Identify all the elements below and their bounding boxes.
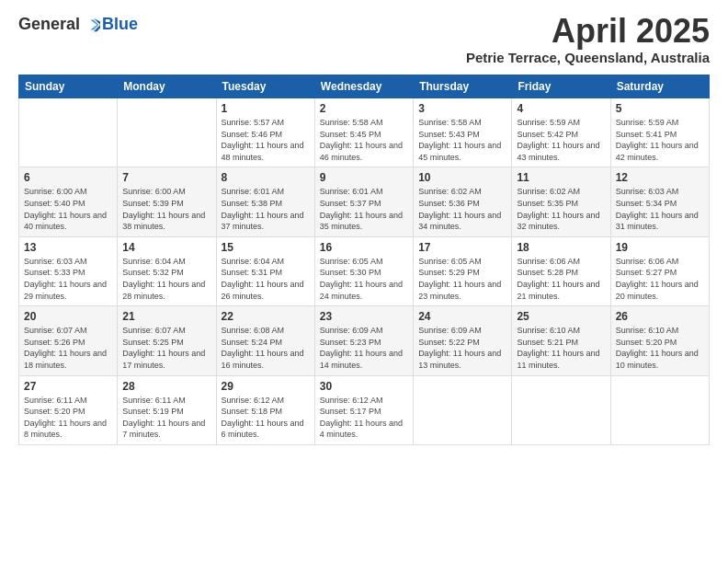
day-number: 22 [222, 310, 310, 323]
day-info: Sunrise: 6:04 AM Sunset: 5:31 PM Dayligh… [222, 256, 310, 302]
col-saturday: Saturday [610, 75, 709, 98]
day-number: 20 [24, 310, 112, 323]
day-info: Sunrise: 6:12 AM Sunset: 5:17 PM Dayligh… [320, 395, 408, 441]
day-info: Sunrise: 5:59 AM Sunset: 5:41 PM Dayligh… [616, 117, 704, 163]
calendar-cell-2-5: 18Sunrise: 6:06 AM Sunset: 5:28 PM Dayli… [512, 236, 610, 305]
calendar-cell-3-0: 20Sunrise: 6:07 AM Sunset: 5:26 PM Dayli… [19, 306, 118, 375]
day-number: 30 [320, 380, 408, 393]
week-row-2: 6Sunrise: 6:00 AM Sunset: 5:40 PM Daylig… [19, 167, 710, 236]
calendar-cell-3-5: 25Sunrise: 6:10 AM Sunset: 5:21 PM Dayli… [512, 306, 610, 375]
day-number: 27 [24, 380, 112, 393]
day-number: 26 [616, 310, 704, 323]
day-number: 29 [222, 380, 310, 393]
day-number: 9 [320, 171, 408, 184]
day-info: Sunrise: 6:12 AM Sunset: 5:18 PM Dayligh… [222, 395, 310, 441]
day-info: Sunrise: 6:11 AM Sunset: 5:19 PM Dayligh… [122, 395, 210, 441]
calendar-cell-0-1 [118, 98, 216, 167]
day-info: Sunrise: 6:09 AM Sunset: 5:22 PM Dayligh… [418, 325, 506, 371]
month-title: April 2025 [466, 15, 710, 48]
calendar-cell-0-0 [19, 98, 118, 167]
day-number: 6 [24, 171, 112, 184]
calendar-cell-1-3: 9Sunrise: 6:01 AM Sunset: 5:37 PM Daylig… [314, 167, 413, 236]
day-number: 1 [222, 102, 310, 115]
day-info: Sunrise: 5:58 AM Sunset: 5:43 PM Dayligh… [418, 117, 506, 163]
calendar-cell-4-1: 28Sunrise: 6:11 AM Sunset: 5:19 PM Dayli… [118, 375, 216, 444]
calendar-cell-4-2: 29Sunrise: 6:12 AM Sunset: 5:18 PM Dayli… [216, 375, 314, 444]
day-info: Sunrise: 6:00 AM Sunset: 5:40 PM Dayligh… [24, 186, 112, 232]
calendar-cell-3-2: 22Sunrise: 6:08 AM Sunset: 5:24 PM Dayli… [216, 306, 314, 375]
col-friday: Friday [512, 75, 610, 98]
day-info: Sunrise: 6:02 AM Sunset: 5:36 PM Dayligh… [418, 186, 506, 232]
calendar-cell-0-4: 3Sunrise: 5:58 AM Sunset: 5:43 PM Daylig… [414, 98, 512, 167]
day-info: Sunrise: 6:10 AM Sunset: 5:21 PM Dayligh… [517, 325, 605, 371]
calendar-cell-1-1: 7Sunrise: 6:00 AM Sunset: 5:39 PM Daylig… [118, 167, 216, 236]
week-row-1: 1Sunrise: 5:57 AM Sunset: 5:46 PM Daylig… [19, 98, 710, 167]
col-wednesday: Wednesday [314, 75, 413, 98]
day-number: 19 [616, 241, 704, 254]
logo-general: General [18, 15, 80, 34]
day-number: 15 [222, 241, 310, 254]
calendar-cell-3-1: 21Sunrise: 6:07 AM Sunset: 5:25 PM Dayli… [118, 306, 216, 375]
col-tuesday: Tuesday [216, 75, 314, 98]
col-thursday: Thursday [414, 75, 512, 98]
calendar-cell-2-1: 14Sunrise: 6:04 AM Sunset: 5:32 PM Dayli… [118, 236, 216, 305]
calendar-cell-3-4: 24Sunrise: 6:09 AM Sunset: 5:22 PM Dayli… [414, 306, 512, 375]
day-number: 28 [122, 380, 210, 393]
calendar-cell-2-0: 13Sunrise: 6:03 AM Sunset: 5:33 PM Dayli… [19, 236, 118, 305]
day-info: Sunrise: 6:03 AM Sunset: 5:34 PM Dayligh… [616, 186, 704, 232]
day-number: 10 [418, 171, 506, 184]
day-info: Sunrise: 6:03 AM Sunset: 5:33 PM Dayligh… [24, 256, 112, 302]
page: General Blue April 2025 Petrie Terrace, … [0, 0, 728, 563]
day-number: 4 [517, 102, 605, 115]
day-number: 17 [418, 241, 506, 254]
calendar-cell-1-0: 6Sunrise: 6:00 AM Sunset: 5:40 PM Daylig… [19, 167, 118, 236]
day-info: Sunrise: 6:09 AM Sunset: 5:23 PM Dayligh… [320, 325, 408, 371]
calendar-cell-0-2: 1Sunrise: 5:57 AM Sunset: 5:46 PM Daylig… [216, 98, 314, 167]
calendar-cell-0-5: 4Sunrise: 5:59 AM Sunset: 5:42 PM Daylig… [512, 98, 610, 167]
day-info: Sunrise: 6:10 AM Sunset: 5:20 PM Dayligh… [616, 325, 704, 371]
col-monday: Monday [118, 75, 216, 98]
logo: General Blue [18, 15, 138, 34]
day-number: 8 [222, 171, 310, 184]
calendar-cell-2-2: 15Sunrise: 6:04 AM Sunset: 5:31 PM Dayli… [216, 236, 314, 305]
day-info: Sunrise: 6:06 AM Sunset: 5:27 PM Dayligh… [616, 256, 704, 302]
calendar-cell-1-6: 12Sunrise: 6:03 AM Sunset: 5:34 PM Dayli… [610, 167, 709, 236]
calendar-cell-1-4: 10Sunrise: 6:02 AM Sunset: 5:36 PM Dayli… [414, 167, 512, 236]
week-row-5: 27Sunrise: 6:11 AM Sunset: 5:20 PM Dayli… [19, 375, 710, 444]
day-number: 5 [616, 102, 704, 115]
day-info: Sunrise: 6:01 AM Sunset: 5:37 PM Dayligh… [320, 186, 408, 232]
day-info: Sunrise: 5:58 AM Sunset: 5:45 PM Dayligh… [320, 117, 408, 163]
day-info: Sunrise: 6:06 AM Sunset: 5:28 PM Dayligh… [517, 256, 605, 302]
day-info: Sunrise: 6:07 AM Sunset: 5:26 PM Dayligh… [24, 325, 112, 371]
header-row: Sunday Monday Tuesday Wednesday Thursday… [19, 75, 710, 98]
day-info: Sunrise: 6:02 AM Sunset: 5:35 PM Dayligh… [517, 186, 605, 232]
week-row-4: 20Sunrise: 6:07 AM Sunset: 5:26 PM Dayli… [19, 306, 710, 375]
calendar-cell-1-2: 8Sunrise: 6:01 AM Sunset: 5:38 PM Daylig… [216, 167, 314, 236]
calendar-cell-0-3: 2Sunrise: 5:58 AM Sunset: 5:45 PM Daylig… [314, 98, 413, 167]
calendar-cell-4-4 [414, 375, 512, 444]
calendar-cell-4-6 [610, 375, 709, 444]
calendar-cell-2-6: 19Sunrise: 6:06 AM Sunset: 5:27 PM Dayli… [610, 236, 709, 305]
calendar-cell-1-5: 11Sunrise: 6:02 AM Sunset: 5:35 PM Dayli… [512, 167, 610, 236]
day-number: 23 [320, 310, 408, 323]
day-info: Sunrise: 6:11 AM Sunset: 5:20 PM Dayligh… [24, 395, 112, 441]
day-number: 24 [418, 310, 506, 323]
calendar-cell-3-3: 23Sunrise: 6:09 AM Sunset: 5:23 PM Dayli… [314, 306, 413, 375]
calendar-cell-4-0: 27Sunrise: 6:11 AM Sunset: 5:20 PM Dayli… [19, 375, 118, 444]
calendar-table: Sunday Monday Tuesday Wednesday Thursday… [18, 75, 710, 445]
day-number: 7 [122, 171, 210, 184]
calendar-cell-3-6: 26Sunrise: 6:10 AM Sunset: 5:20 PM Dayli… [610, 306, 709, 375]
day-number: 13 [24, 241, 112, 254]
day-number: 11 [517, 171, 605, 184]
day-number: 18 [517, 241, 605, 254]
col-sunday: Sunday [19, 75, 118, 98]
day-info: Sunrise: 6:01 AM Sunset: 5:38 PM Dayligh… [222, 186, 310, 232]
day-info: Sunrise: 6:05 AM Sunset: 5:30 PM Dayligh… [320, 256, 408, 302]
day-info: Sunrise: 6:00 AM Sunset: 5:39 PM Dayligh… [122, 186, 210, 232]
calendar-cell-4-5 [512, 375, 610, 444]
week-row-3: 13Sunrise: 6:03 AM Sunset: 5:33 PM Dayli… [19, 236, 710, 305]
day-info: Sunrise: 6:08 AM Sunset: 5:24 PM Dayligh… [222, 325, 310, 371]
day-info: Sunrise: 6:05 AM Sunset: 5:29 PM Dayligh… [418, 256, 506, 302]
location: Petrie Terrace, Queensland, Australia [466, 50, 710, 65]
calendar-cell-0-6: 5Sunrise: 5:59 AM Sunset: 5:41 PM Daylig… [610, 98, 709, 167]
